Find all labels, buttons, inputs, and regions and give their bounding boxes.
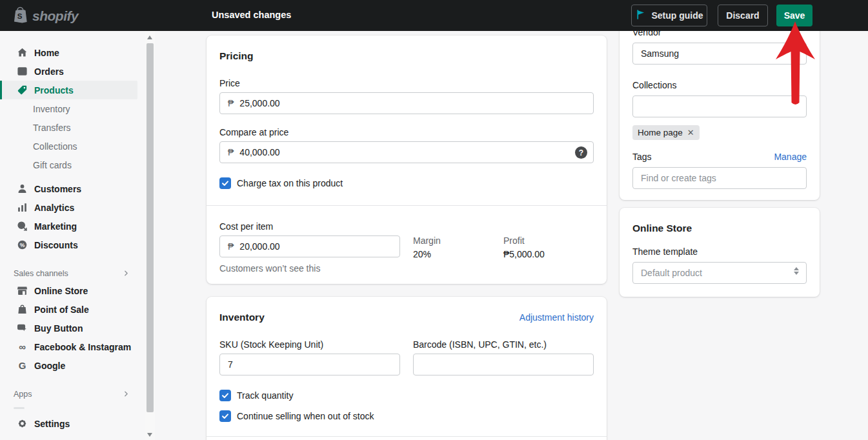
track-quantity-label: Track quantity (237, 390, 293, 401)
orders-icon (17, 66, 28, 77)
sidebar-item-google[interactable]: GGoogle (0, 356, 137, 375)
sidebar-item-label: Buy Button (34, 323, 83, 334)
collections-field-wrap (632, 95, 807, 117)
sidebar-divider (14, 407, 25, 409)
compare-at-price-input[interactable] (239, 147, 585, 157)
vendor-input[interactable] (641, 48, 798, 59)
price-label: Price (219, 78, 594, 88)
shopify-logo-text: shopify (32, 8, 78, 24)
flag-icon (635, 9, 646, 22)
sidebar-item-label: Google (34, 361, 65, 371)
sidebar-item-label: Online Store (34, 286, 88, 296)
chevron-right-icon (123, 270, 130, 279)
sidebar-item-label: Settings (34, 419, 70, 429)
charge-tax-checkbox-row[interactable]: Charge tax on this product (219, 177, 594, 189)
sidebar-item-products[interactable]: Products (0, 81, 137, 99)
price-field-wrap: ₱ (219, 92, 594, 114)
remove-chip-icon[interactable]: ✕ (687, 128, 694, 137)
sidebar-scrollbar[interactable] (145, 31, 155, 440)
card-divider (207, 436, 607, 437)
facebook-instagram-icon: ∞ (17, 341, 28, 352)
sidebar-item-label: Products (34, 85, 74, 95)
sidebar-item-point-of-sale[interactable]: Point of Sale (0, 300, 137, 319)
select-updown-icon (794, 267, 799, 275)
sidebar-item-analytics[interactable]: Analytics (0, 198, 137, 217)
sidebar-section-label: Sales channels (14, 269, 68, 278)
scrollbar-up-arrow-icon[interactable] (147, 35, 152, 39)
sidebar-item-gift-cards[interactable]: Gift cards (0, 155, 137, 174)
theme-template-select[interactable]: Default product (632, 262, 807, 284)
main-content: Pricing Price ₱ Compare at price ₱ ? Cha… (155, 31, 868, 440)
cost-per-item-input[interactable] (239, 241, 392, 252)
continue-selling-label: Continue selling when out of stock (237, 411, 374, 421)
currency-prefix: ₱ (228, 98, 234, 108)
sidebar-item-home[interactable]: Home (0, 43, 137, 62)
sidebar-item-facebook-instagram[interactable]: ∞Facebook & Instagram (0, 337, 137, 356)
sku-label: SKU (Stock Keeping Unit) (219, 339, 400, 350)
continue-selling-checkbox-row[interactable]: Continue selling when out of stock (219, 410, 594, 422)
sidebar-section-apps[interactable]: Apps (0, 386, 137, 402)
track-quantity-checkbox[interactable] (219, 390, 231, 401)
currency-prefix: ₱ (228, 147, 234, 157)
collections-input[interactable] (641, 101, 798, 112)
discard-label: Discard (726, 10, 759, 21)
theme-template-label: Theme template (632, 246, 807, 257)
customers-icon (17, 183, 28, 194)
barcode-field-wrap (413, 354, 594, 375)
margin-stat: Margin 20% (413, 235, 490, 274)
manage-tags-link[interactable]: Manage (774, 152, 807, 162)
online-store-card: Online Store Theme template Default prod… (620, 208, 820, 297)
charge-tax-label: Charge tax on this product (237, 178, 343, 188)
sidebar-item-label: Gift cards (33, 160, 72, 170)
sku-input[interactable] (228, 359, 392, 370)
sidebar-item-label: Discounts (34, 240, 78, 250)
sidebar-item-label: Collections (33, 141, 77, 152)
sidebar-item-online-store[interactable]: Online Store (0, 281, 137, 300)
help-question-icon[interactable]: ? (575, 146, 587, 159)
discard-button[interactable]: Discard (718, 5, 768, 26)
save-button[interactable]: Save (776, 5, 812, 26)
profit-label: Profit (503, 235, 581, 246)
sidebar-section-sales-channels[interactable]: Sales channels (0, 266, 137, 281)
settings-gear-icon (17, 418, 28, 429)
vendor-label: Vendor (632, 31, 807, 37)
products-tag-icon (17, 85, 28, 95)
sidebar-item-settings[interactable]: Settings (0, 414, 137, 433)
track-quantity-checkbox-row[interactable]: Track quantity (219, 390, 594, 401)
sidebar-item-buy-button[interactable]: Buy Button (0, 319, 137, 337)
sidebar-item-orders[interactable]: Orders (0, 62, 137, 81)
analytics-icon (17, 202, 28, 213)
sidebar-item-customers[interactable]: Customers (0, 179, 137, 198)
barcode-input[interactable] (421, 359, 585, 370)
inventory-title: Inventory (219, 312, 265, 323)
compare-at-price-field-wrap: ₱ ? (219, 141, 594, 163)
profit-stat: Profit ₱5,000.00 (503, 235, 581, 274)
sidebar-item-label: Facebook & Instagram (34, 342, 131, 352)
sidebar-item-collections[interactable]: Collections (0, 137, 137, 155)
online-store-icon (17, 285, 28, 296)
cost-field-wrap: ₱ (219, 235, 400, 257)
sidebar-item-inventory[interactable]: Inventory (0, 99, 137, 118)
sidebar-nav: HomeOrdersProductsInventoryTransfersColl… (0, 31, 155, 433)
product-organization-card: Vendor Collections Home page ✕ Tags Mana… (620, 31, 820, 200)
topbar: S shopify Unsaved changes Setup guide Di… (0, 0, 868, 31)
scrollbar-down-arrow-icon[interactable] (147, 433, 152, 437)
sidebar-item-discounts[interactable]: %Discounts (0, 235, 137, 254)
scrollbar-thumb[interactable] (146, 43, 154, 412)
charge-tax-checkbox[interactable] (219, 177, 231, 189)
setup-guide-button[interactable]: Setup guide (631, 5, 707, 26)
sidebar-item-transfers[interactable]: Transfers (0, 118, 137, 137)
buy-button-icon (17, 323, 28, 334)
adjustment-history-link[interactable]: Adjustment history (520, 312, 594, 323)
continue-selling-checkbox[interactable] (219, 410, 231, 422)
sidebar-section-label: Apps (14, 390, 32, 399)
price-input[interactable] (239, 98, 585, 108)
sidebar-item-marketing[interactable]: Marketing (0, 217, 137, 235)
svg-text:S: S (17, 12, 23, 20)
barcode-label: Barcode (ISBN, UPC, GTIN, etc.) (413, 339, 594, 350)
tags-input[interactable] (641, 173, 798, 183)
sidebar-item-label: Home (34, 48, 59, 58)
profit-value: ₱5,000.00 (503, 249, 581, 259)
shopify-logo[interactable]: S shopify (13, 6, 78, 26)
home-icon (17, 47, 28, 58)
